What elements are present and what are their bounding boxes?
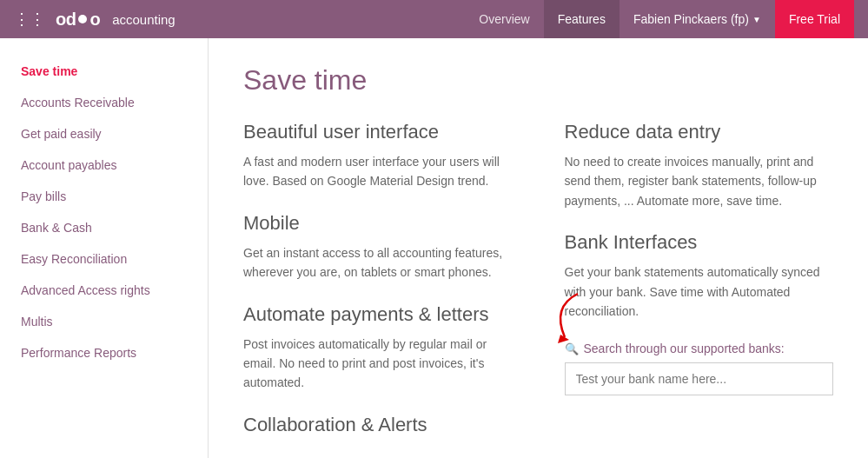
nav-right: Overview Features Fabien Pinckaers (fp) … — [465, 0, 854, 38]
sidebar: Save time Accounts Receivable Get paid e… — [0, 38, 209, 458]
user-name: Fabien Pinckaers (fp) — [633, 12, 749, 26]
free-trial-button[interactable]: Free Trial — [775, 0, 854, 38]
section-text-reduce: No need to create invoices manually, pri… — [565, 152, 834, 210]
odoo-logo-dot — [78, 15, 87, 23]
section-text-mobile: Get an instant access to all accounting … — [243, 243, 513, 282]
odoo-logo[interactable]: od o — [56, 10, 100, 30]
bank-search-input[interactable] — [565, 362, 834, 395]
page-title: Save time — [243, 64, 833, 96]
user-menu[interactable]: Fabien Pinckaers (fp) ▼ — [620, 0, 775, 38]
page-container: Save time Accounts Receivable Get paid e… — [0, 38, 868, 458]
content-grid: Beautiful user interface A fast and mode… — [243, 121, 833, 445]
nav-features[interactable]: Features — [544, 0, 620, 38]
sidebar-item-advanced-access-rights[interactable]: Advanced Access rights — [0, 275, 208, 306]
app-name: accounting — [112, 12, 176, 27]
sidebar-item-accounts-receivable[interactable]: Accounts Receivable — [0, 87, 208, 118]
section-text-bank: Get your bank statements automatically s… — [565, 262, 834, 321]
content-left: Beautiful user interface A fast and mode… — [243, 121, 513, 445]
odoo-logo-text: od — [56, 10, 76, 30]
content-right: Reduce data entry No need to create invo… — [565, 121, 834, 445]
sidebar-item-performance-reports[interactable]: Performance Reports — [0, 337, 208, 368]
bank-search-container: 🔍 Search through our supported banks: — [565, 342, 834, 395]
bank-search-label: Search through our supported banks: — [584, 342, 785, 355]
red-arrow-annotation — [539, 289, 591, 350]
top-navigation: ⋮⋮ od o accounting Overview Features Fab… — [0, 0, 868, 38]
sidebar-item-pay-bills[interactable]: Pay bills — [0, 181, 208, 212]
odoo-logo-text2: o — [89, 10, 100, 30]
section-text-automate: Post invoices automatically by regular m… — [243, 335, 513, 393]
section-title-ui: Beautiful user interface — [243, 121, 513, 143]
sidebar-item-easy-reconciliation[interactable]: Easy Reconciliation — [0, 243, 208, 275]
bank-search-link[interactable]: 🔍 Search through our supported banks: — [565, 342, 834, 355]
sidebar-item-bank-cash[interactable]: Bank & Cash — [0, 212, 208, 243]
sidebar-item-account-payables[interactable]: Account payables — [0, 149, 208, 181]
section-title-reduce: Reduce data entry — [565, 121, 834, 143]
section-title-bank: Bank Interfaces — [565, 231, 834, 254]
section-title-collaboration: Collaboration & Alerts — [243, 414, 513, 436]
chevron-down-icon: ▼ — [752, 15, 761, 24]
sidebar-item-save-time[interactable]: Save time — [0, 56, 208, 87]
sidebar-item-get-paid-easily[interactable]: Get paid easily — [0, 118, 208, 149]
section-title-automate: Automate payments & letters — [243, 303, 513, 326]
section-title-mobile: Mobile — [243, 212, 513, 235]
main-content: Save time Beautiful user interface A fas… — [209, 38, 868, 458]
nav-left: ⋮⋮ od o accounting — [14, 10, 465, 30]
grid-icon[interactable]: ⋮⋮ — [14, 10, 45, 29]
section-text-ui: A fast and modern user interface your us… — [243, 152, 513, 191]
sidebar-item-multis[interactable]: Multis — [0, 306, 208, 337]
nav-overview[interactable]: Overview — [465, 0, 543, 38]
